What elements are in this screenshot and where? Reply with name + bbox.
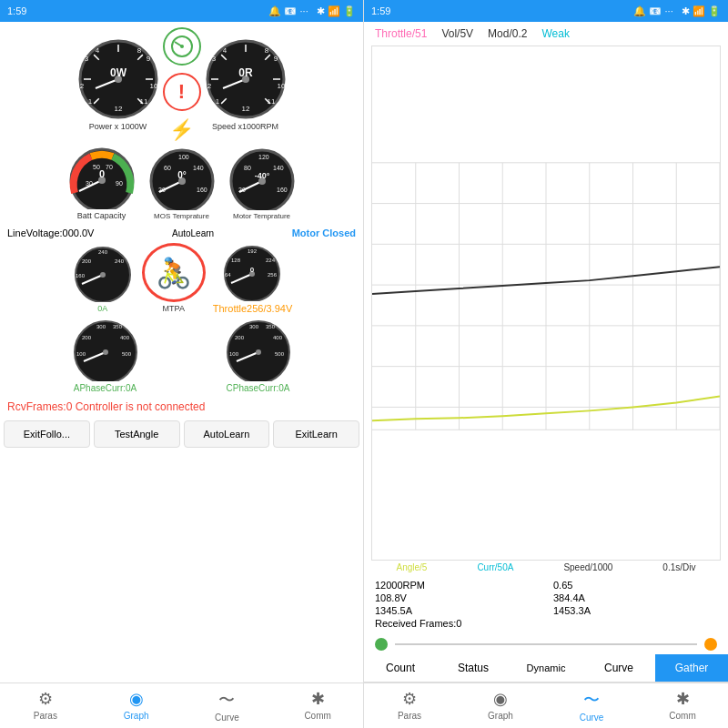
comm-icon-right: ✱ [676,689,690,709]
mtpa-container: 🚴 MTPA [142,243,206,313]
slider-dot-green[interactable] [375,638,388,651]
paras-label-right: Paras [398,711,421,721]
svg-text:350: 350 [113,324,123,329]
power-value: 0W [110,66,127,79]
svg-text:300: 300 [249,324,259,329]
tab-dynamic[interactable]: Dynamic [510,654,582,682]
autolearn-container: AutoLearn [172,228,214,238]
svg-text:1: 1 [215,97,219,106]
curve-label-left: Curve [215,713,239,723]
slider-row [364,634,728,654]
motor-gauge-container: 20 80 120 140 160 -40° Motor Temprature [226,147,298,220]
test-angle-button[interactable]: TestAngle [94,420,180,448]
svg-text:160: 160 [277,187,288,193]
svg-text:4: 4 [95,46,99,55]
comm-icon-left: ✱ [311,689,325,709]
chart-header: Throttle/51 Vol/5V Mod/0.2 Weak [364,22,728,46]
val2: 384.4A [553,592,717,603]
nav-paras-left[interactable]: ⚙ Paras [0,683,91,728]
svg-text:9: 9 [146,55,150,63]
status-icons-right: 🔔 📧 ··· ✱ 📶 🔋 [633,5,721,17]
chart-svg [372,46,720,560]
svg-text:100: 100 [76,351,86,357]
time-div-label: 0.1s/Div [662,562,695,572]
speed-gauge-container: 3 4 8 9 2 10 1 11 12 0R Speed x1000RPM [205,38,287,131]
nav-graph-left[interactable]: ◉ Graph [91,683,182,728]
svg-text:11: 11 [267,97,275,106]
curve-label-right: Curve [580,713,604,723]
svg-text:500: 500 [122,351,132,357]
exit-learn-button[interactable]: ExitLearn [273,420,359,448]
svg-text:1: 1 [87,97,92,106]
svg-text:160: 160 [76,273,86,278]
svg-text:350: 350 [266,324,276,329]
rpm-value: 12000RPM [375,580,539,591]
svg-text:4: 4 [222,46,227,55]
svg-point-100 [256,349,261,355]
svg-text:11: 11 [139,97,147,106]
power-gauge-container: 3 4 8 9 2 10 1 11 12 0W Power x 1000W [77,38,159,131]
mod-label: Mod/0.2 [488,27,527,40]
motor-status: Motor Closed [292,228,356,238]
auto-learn-button[interactable]: AutoLearn [184,420,270,448]
svg-text:70: 70 [106,164,113,170]
svg-text:8: 8 [136,46,141,55]
nav-comm-right[interactable]: ✱ Comm [637,683,728,728]
curve-icon-right: 〜 [583,689,600,711]
slider-line [395,643,697,645]
nav-comm-left[interactable]: ✱ Comm [272,683,363,728]
throttle-dial: 64 128 192 224 256 0 [220,242,284,301]
tab-count[interactable]: Count [364,654,437,682]
nav-curve-left[interactable]: 〜 Curve [182,683,273,728]
graph-label-right: Graph [488,711,513,721]
tab-bar-right: Count Status Dynamic Curve Gather [364,654,728,682]
time-left: 1:59 [7,5,26,16]
current-value: 0A [97,304,107,313]
motor-gauge: 20 80 120 140 160 -40° [226,147,298,210]
tab-gather[interactable]: Gather [655,654,728,682]
speed-icon [163,27,201,66]
graph-icon-right: ◉ [493,689,508,709]
top-gauges-row: 3 4 8 9 2 10 1 11 12 0W Power x 1000W [0,27,363,142]
svg-text:3: 3 [211,55,216,63]
svg-text:3: 3 [84,55,88,63]
tab-status[interactable]: Status [437,654,510,682]
tab-curve[interactable]: Curve [582,654,655,682]
nav-graph-right[interactable]: ◉ Graph [455,683,546,728]
svg-point-21 [180,45,184,48]
nav-paras-right[interactable]: ⚙ Paras [364,683,455,728]
not-connected: Controller is not connected [76,400,206,413]
svg-text:256: 256 [268,272,278,278]
current-value-right: 1345.5A [375,605,539,616]
svg-text:64: 64 [225,272,231,278]
rcv-frames: RcvFrames:0 [7,400,72,413]
bottom-nav-right: ⚙ Paras ◉ Graph 〜 Curve ✱ Comm [364,682,728,728]
bike-icon: 🚴 [142,243,206,302]
exit-follo-button[interactable]: ExitFollo... [4,420,90,448]
curve-icon-left: 〜 [218,689,235,711]
left-dial: 160 200 240 240 [71,243,135,302]
graph-icon-left: ◉ [129,689,144,709]
svg-point-91 [103,349,108,355]
chart-area [371,46,721,561]
throttle-value: Throttle256/3.94V [213,303,292,314]
nav-curve-right[interactable]: 〜 Curve [546,683,637,728]
throttle-label: Throttle/51 [375,27,427,40]
svg-text:-40°: -40° [254,171,269,180]
svg-text:60: 60 [164,165,171,171]
svg-text:400: 400 [120,335,130,340]
slider-dot-orange[interactable] [704,638,717,651]
svg-text:100: 100 [178,154,189,160]
bottom-gauges-row: 160 200 240 240 0A 🚴 MTPA 64 128 192 [0,242,363,314]
paras-icon-right: ⚙ [402,689,417,709]
mos-gauge: 20 60 100 140 160 0° [146,147,218,210]
mtpa-label: MTPA [163,304,185,313]
voltage-value: 108.8V [375,592,539,603]
status-bar-left: 1:59 🔔 📧 ··· ✱ 📶 🔋 [0,0,363,22]
data-values: 12000RPM 0.65 108.8V 384.4A 1345.5A 1453… [364,574,728,634]
time-right: 1:59 [371,5,390,16]
weak-label: Weak [541,27,569,40]
graph-label-left: Graph [124,711,149,721]
svg-text:200: 200 [82,258,92,264]
svg-text:0°: 0° [177,170,187,180]
